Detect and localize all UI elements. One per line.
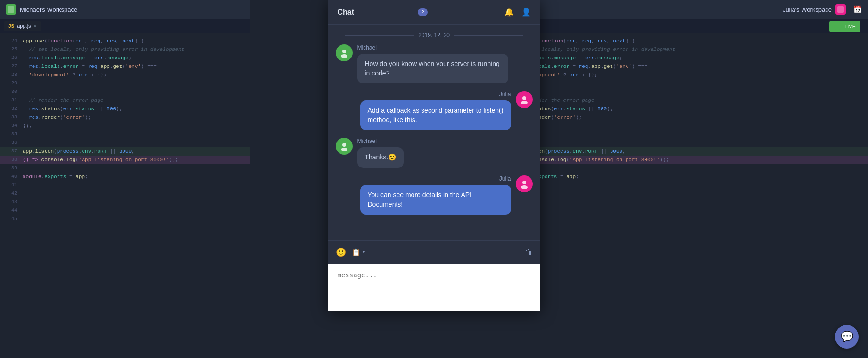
- notification-icon[interactable]: 🔔: [504, 8, 514, 17]
- code-line: 44: [0, 207, 250, 215]
- code-line: 32 res.status(err.status || 500);: [491, 105, 868, 113]
- chat-fab-icon: 💬: [841, 331, 853, 343]
- right-workspace-header: Julia's Workspace 📅: [491, 0, 868, 19]
- code-line: 36: [491, 139, 868, 147]
- svg-point-9: [521, 185, 528, 189]
- code-line: 24app.use(function(err, req, res, next) …: [491, 37, 868, 45]
- code-line: 42: [491, 190, 868, 198]
- right-code-area: 24app.use(function(err, req, res, next) …: [491, 33, 868, 227]
- sender-name-michael-1: Michael: [357, 44, 508, 51]
- bubble-text-julia-2: You can see more details in the API Docu…: [368, 191, 472, 208]
- code-line: 42: [0, 190, 250, 198]
- svg-point-3: [341, 54, 347, 58]
- code-line: 26 res.locals.message = err.message;: [491, 54, 868, 62]
- avatar-michael-2: [336, 138, 353, 155]
- left-code-area: 24app.use(function(err, req, res, next) …: [0, 33, 250, 227]
- code-line: 36: [0, 139, 250, 147]
- tab-close-icon[interactable]: ×: [34, 24, 37, 29]
- code-line: 34});: [0, 122, 250, 130]
- code-line: 40module.exports = app;: [491, 173, 868, 181]
- svg-point-6: [342, 143, 346, 147]
- avatar-julia-1: [516, 91, 533, 108]
- message-content-michael-1: Michael How do you know when your server…: [357, 44, 508, 83]
- left-workspace-icon: [6, 4, 16, 15]
- attachment-button[interactable]: 📋 ▾: [352, 248, 365, 257]
- calendar-icon[interactable]: 📅: [853, 5, 862, 14]
- code-line: 26 res.locals.message = err.message;: [0, 54, 250, 62]
- code-line: 41: [0, 181, 250, 190]
- code-line: 43: [0, 198, 250, 207]
- svg-point-2: [342, 50, 346, 53]
- message-row-michael-2: Michael Thanks.😊: [336, 138, 533, 168]
- code-line: 38() => console.log('App listening on po…: [0, 156, 250, 164]
- bubble-text-michael-1: How do you know when your server is runn…: [365, 60, 500, 77]
- left-editor: Michael's Workspace JS app.js × 24app.us…: [0, 0, 250, 358]
- chat-fab-button[interactable]: 💬: [835, 325, 859, 349]
- live-label: LIVE: [844, 24, 856, 29]
- bubble-text-michael-2: Thanks.😊: [365, 153, 397, 161]
- svg-point-4: [522, 96, 526, 100]
- left-tab-app-js[interactable]: JS app.js ×: [4, 21, 41, 31]
- code-line: 38() => console.log('App listening on po…: [491, 156, 868, 164]
- message-input[interactable]: [338, 271, 531, 294]
- bubble-julia-2: You can see more details in the API Docu…: [360, 185, 511, 215]
- code-line: 30: [491, 88, 868, 96]
- code-line: 41: [491, 181, 868, 190]
- avatar-julia-2: [516, 175, 533, 192]
- message-row-michael-1: Michael How do you know when your server…: [336, 44, 533, 83]
- svg-rect-1: [837, 6, 844, 13]
- message-content-michael-2: Michael Thanks.😊: [357, 138, 404, 168]
- right-workspace-icon: [835, 4, 846, 15]
- date-divider: 2019. 12. 20: [336, 26, 533, 44]
- chat-toolbar: 🙂 📋 ▾ 🗑: [328, 240, 540, 264]
- right-tab-bar: JS app.js ×: [491, 19, 868, 33]
- code-line: 27 res.locals.error = req.app.get('env')…: [0, 62, 250, 71]
- chat-badge: 2: [418, 8, 427, 16]
- chat-messages: 2019. 12. 20 Michael How do you know whe…: [328, 25, 540, 240]
- bubble-julia-1: Add a callback as second parameter to li…: [360, 100, 511, 130]
- svg-point-7: [341, 148, 347, 151]
- date-text: 2019. 12. 20: [418, 32, 450, 39]
- sender-name-julia-2: Julia: [499, 175, 511, 182]
- user-icon[interactable]: 👤: [521, 8, 531, 17]
- code-line: 28 'development' ? err : {};: [491, 71, 868, 79]
- code-line: 40module.exports = app;: [0, 173, 250, 181]
- code-line: 45: [0, 215, 250, 224]
- code-line: 33 res.render('error');: [491, 113, 868, 122]
- chat-input-area[interactable]: [328, 264, 540, 311]
- chat-header: Chat 2 🔔 👤: [328, 0, 540, 25]
- code-line: 37app.listen(process.env.PORT || 3000,: [491, 147, 868, 156]
- message-row-julia-2: Julia You can see more details in the AP…: [336, 175, 533, 215]
- bubble-michael-2: Thanks.😊: [357, 147, 404, 168]
- left-workspace-header: Michael's Workspace: [0, 0, 250, 19]
- delete-button[interactable]: 🗑: [525, 248, 533, 257]
- chat-title: Chat: [338, 8, 414, 17]
- right-workspace-label: Julia's Workspace: [783, 6, 832, 13]
- code-line: 27 res.locals.error = req.app.get('env')…: [491, 62, 868, 71]
- code-line: 29: [491, 79, 868, 88]
- left-workspace-label: Michael's Workspace: [20, 6, 77, 13]
- sender-name-michael-2: Michael: [357, 138, 404, 144]
- avatar-michael-1: [336, 44, 353, 61]
- code-line: 31 // render the error page: [491, 96, 868, 105]
- code-line: 32 res.status(err.status || 500);: [0, 105, 250, 113]
- live-badge: LIVE: [829, 21, 860, 32]
- code-line: 30: [0, 88, 250, 96]
- bubble-michael-1: How do you know when your server is runn…: [357, 54, 508, 83]
- code-line: 25 // set locals, only providing error i…: [491, 45, 868, 54]
- code-line: 44: [491, 207, 868, 215]
- chat-panel: Chat 2 🔔 👤 2019. 12. 20 Michael How do y…: [328, 0, 540, 311]
- code-line: 45: [491, 215, 868, 224]
- code-line: 29: [0, 79, 250, 88]
- tab-label: app.js: [17, 23, 31, 29]
- bubble-text-julia-1: Add a callback as second parameter to li…: [368, 107, 504, 124]
- svg-point-8: [522, 181, 526, 184]
- emoji-button[interactable]: 🙂: [336, 247, 346, 258]
- code-line: 35: [491, 130, 868, 139]
- message-content-julia-1: Julia Add a callback as second parameter…: [360, 91, 511, 130]
- live-avatar: [834, 23, 842, 30]
- svg-rect-0: [8, 6, 14, 13]
- svg-point-5: [521, 101, 528, 104]
- code-line: 25 // set locals, only providing error i…: [0, 45, 250, 54]
- attachment-arrow: ▾: [363, 250, 365, 255]
